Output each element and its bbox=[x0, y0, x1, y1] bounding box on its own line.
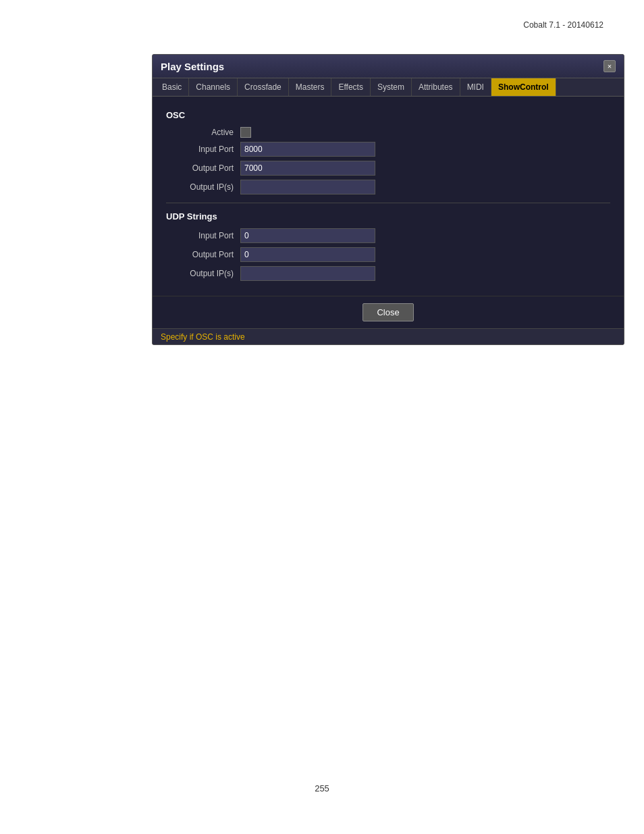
osc-output-port-label: Output Port bbox=[166, 163, 240, 173]
status-text: Specify if OSC is active bbox=[161, 332, 245, 342]
udp-output-ips-field[interactable] bbox=[240, 266, 375, 281]
udp-input-port-field[interactable] bbox=[240, 228, 375, 243]
tab-bar: Basic Channels Crossfade Masters Effects… bbox=[153, 78, 624, 97]
osc-input-port-label: Input Port bbox=[166, 145, 240, 154]
tab-attributes[interactable]: Attributes bbox=[412, 78, 460, 96]
tab-crossfade[interactable]: Crossfade bbox=[238, 78, 289, 96]
osc-output-ips-label: Output IP(s) bbox=[166, 182, 240, 192]
status-bar: Specify if OSC is active bbox=[153, 328, 624, 344]
section-divider bbox=[166, 203, 610, 203]
osc-active-checkbox[interactable] bbox=[240, 127, 251, 138]
dialog-footer: Close bbox=[153, 296, 624, 328]
tab-system[interactable]: System bbox=[371, 78, 412, 96]
dialog-title: Play Settings bbox=[161, 61, 224, 72]
osc-output-port-row: Output Port bbox=[166, 161, 610, 176]
version-label: Cobalt 7.1 - 20140612 bbox=[523, 20, 603, 30]
udp-output-port-field[interactable] bbox=[240, 247, 375, 262]
tab-effects[interactable]: Effects bbox=[331, 78, 370, 96]
page-number: 255 bbox=[315, 783, 329, 793]
udp-output-ips-label: Output IP(s) bbox=[166, 269, 240, 278]
osc-output-port-field[interactable] bbox=[240, 161, 375, 176]
udp-input-port-row: Input Port bbox=[166, 228, 610, 243]
title-bar: Play Settings × bbox=[153, 55, 624, 78]
dialog-close-button[interactable]: × bbox=[603, 60, 616, 72]
udp-section-title: UDP Strings bbox=[166, 211, 610, 221]
osc-input-port-row: Input Port bbox=[166, 142, 610, 157]
dialog-wrapper: Play Settings × Basic Channels Crossfade… bbox=[152, 54, 624, 345]
udp-output-port-row: Output Port bbox=[166, 247, 610, 262]
tab-showcontrol[interactable]: ShowControl bbox=[491, 78, 556, 96]
udp-input-port-label: Input Port bbox=[166, 231, 240, 240]
udp-output-port-label: Output Port bbox=[166, 250, 240, 259]
dialog-content: OSC Active Input Port Output Port Output… bbox=[153, 97, 624, 296]
tab-midi[interactable]: MIDI bbox=[460, 78, 491, 96]
tab-masters[interactable]: Masters bbox=[289, 78, 332, 96]
play-settings-dialog: Play Settings × Basic Channels Crossfade… bbox=[152, 54, 624, 345]
osc-output-ips-row: Output IP(s) bbox=[166, 180, 610, 194]
udp-output-ips-row: Output IP(s) bbox=[166, 266, 610, 281]
tab-basic[interactable]: Basic bbox=[155, 78, 189, 96]
osc-active-row: Active bbox=[166, 127, 610, 138]
tab-channels[interactable]: Channels bbox=[189, 78, 238, 96]
osc-input-port-field[interactable] bbox=[240, 142, 375, 157]
close-button[interactable]: Close bbox=[363, 303, 413, 321]
osc-active-label: Active bbox=[166, 128, 240, 137]
osc-section-title: OSC bbox=[166, 110, 610, 120]
osc-output-ips-field[interactable] bbox=[240, 180, 375, 194]
